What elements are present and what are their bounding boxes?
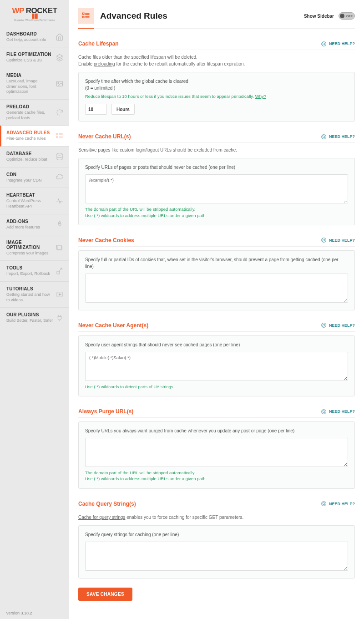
need-help-link[interactable]: NEED HELP? [321,409,355,415]
nav-title: ADD-ONS [6,219,54,224]
svg-rect-17 [83,16,84,18]
nav-desc: Control WordPress Heartbeat API [6,198,54,209]
nav-desc: Optimize, reduce bloat [6,157,54,162]
nav-desc: Compress your images [6,251,54,256]
logo-tagline: Superior WordPress Performance [5,19,64,21]
nav-desc: Integrate your CDN [6,178,54,183]
nav-title: TOOLS [6,265,54,270]
nav-title: FILE OPTIMIZATION [6,52,54,57]
panel: Specify time after which the global cach… [78,72,355,122]
nav-desc: Generate cache files, preload fonts [6,110,54,121]
rocket-icon [56,220,64,228]
lifespan-input[interactable] [85,104,107,115]
need-help-link[interactable]: NEED HELP? [321,322,355,328]
advanced-rules-icon [78,8,94,24]
never-cache-ua-input[interactable] [85,352,348,381]
logo-wp: WP [12,6,24,15]
sidebar-item-file-optimization[interactable]: FILE OPTIMIZATIONOptimize CSS & JS [0,47,69,68]
sidebar-item-advanced-rules[interactable]: ADVANCED RULESFine-tune cache rules [0,126,69,147]
page-title: Advanced Rules [100,11,167,21]
tools-icon [56,267,64,275]
sidebar-item-media[interactable]: MEDIALazyLoad, image dimensions, font op… [0,68,69,100]
page-header: Advanced Rules Show Sidebar OFF [78,8,355,29]
section-title: Never Cache Cookies [78,237,134,244]
cache-query-link[interactable]: Cache for query strings [78,515,125,520]
image-icon [56,80,64,88]
play-icon [56,290,64,299]
sidebar-item-dashboard[interactable]: DASHBOARDGet help, account info [0,27,69,48]
svg-point-27 [323,325,324,326]
svg-point-23 [323,136,324,137]
need-help-link[interactable]: NEED HELP? [321,237,355,243]
section-desc: Cache files older than the specified lif… [78,54,355,67]
nav-title: HEARTBEAT [6,193,54,198]
svg-point-21 [323,43,324,45]
always-purge-input[interactable] [85,438,348,467]
sidebar-item-heartbeat[interactable]: HEARTBEATControl WordPress Heartbeat API [0,188,69,214]
section-title: Cache Lifespan [78,41,119,47]
sidebar-item-preload[interactable]: PRELOADGenerate cache files, preload fon… [0,100,69,126]
need-help-link[interactable]: NEED HELP? [321,501,355,507]
nav-desc: LazyLoad, image dimensions, font optimiz… [6,79,54,95]
preloading-link[interactable]: preloading [94,61,115,66]
nav-title: CDN [6,172,54,177]
plug-icon [56,314,64,322]
logo: WP ROCKET▮▮ Superior WordPress Performan… [0,0,69,27]
sidebar-item-tutorials[interactable]: TUTORIALSGetting started and how to vide… [0,282,69,308]
section-cache-lifespan: Cache Lifespan NEED HELP? Cache files ol… [78,41,355,122]
section-never-cache-cookies: Never Cache Cookies NEED HELP? Specify f… [78,237,355,310]
refresh-icon [56,108,64,117]
sidebar-item-our-plugins[interactable]: OUR PLUGINSBuild Better, Faster, Safer [0,308,69,328]
section-title: Never Cache User Agent(s) [78,322,148,329]
list-icon [56,132,64,140]
logo-rocket: ROCKET [26,6,57,15]
nav-title: PRELOAD [6,104,54,109]
main-content: Advanced Rules Show Sidebar OFF Cache Li… [69,0,364,619]
show-sidebar-toggle[interactable]: OFF [339,12,355,20]
nav-title: TUTORIALS [6,286,54,291]
images-icon [56,244,64,252]
sidebar-item-cdn[interactable]: CDNIntegrate your CDN [0,167,69,188]
svg-rect-2 [56,133,58,135]
section-desc: Sensitive pages like custom login/logout… [78,147,355,153]
nav-title: IMAGE OPTIMIZATION [6,240,54,250]
database-icon [56,152,64,161]
section-never-cache-ua: Never Cache User Agent(s) NEED HELP? Spe… [78,322,355,396]
svg-point-1 [58,82,59,83]
nav-title: ADVANCED RULES [6,130,54,135]
section-title: Cache Query String(s) [78,501,136,507]
nav-desc: Get help, account info [6,37,54,43]
cache-query-input[interactable] [85,542,348,571]
need-help-link[interactable]: NEED HELP? [321,134,355,140]
nav-desc: Add more features [6,225,54,230]
svg-rect-5 [56,137,58,138]
section-never-cache-urls: Never Cache URL(s) NEED HELP? Sensitive … [78,133,355,225]
svg-point-9 [59,223,60,224]
never-cache-cookies-input[interactable] [85,274,348,303]
sidebar-item-addons[interactable]: ADD-ONSAdd more features [0,214,69,235]
nav-desc: Fine-tune cache rules [6,136,54,142]
sidebar-item-image-optimization[interactable]: IMAGE OPTIMIZATIONCompress your images [0,235,69,261]
svg-point-25 [323,239,324,241]
never-cache-urls-input[interactable] [85,174,348,203]
svg-rect-12 [57,271,60,274]
save-button[interactable]: SAVE CHANGES [78,588,132,601]
toggle-off-label: OFF [346,15,353,18]
sidebar: WP ROCKET▮▮ Superior WordPress Performan… [0,0,69,619]
svg-point-31 [323,503,324,505]
sidebar-item-database[interactable]: DATABASEOptimize, reduce bloat [0,147,69,167]
nav-desc: Optimize CSS & JS [6,58,54,63]
need-help-link[interactable]: NEED HELP? [321,41,355,47]
nav-title: MEDIA [6,73,54,78]
heartbeat-icon [56,197,64,205]
svg-rect-14 [83,13,84,14]
why-link[interactable]: Why? [255,94,266,99]
lifespan-unit[interactable]: Hours [111,104,135,115]
home-icon [56,33,64,41]
section-title: Always Purge URL(s) [78,408,133,415]
section-cache-query: Cache Query String(s) NEED HELP? Cache f… [78,501,355,578]
sidebar-item-tools[interactable]: TOOLSImport, Export, Rollback [0,261,69,282]
nav-title: DATABASE [6,151,54,156]
layers-icon [56,54,64,62]
cloud-icon [56,173,64,182]
